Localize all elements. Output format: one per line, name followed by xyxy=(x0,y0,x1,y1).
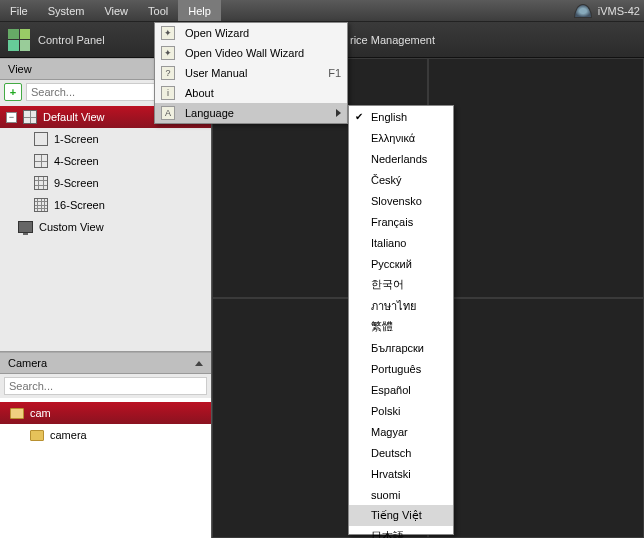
menu-user-manual[interactable]: ? User Manual F1 xyxy=(155,63,347,83)
grid-1-icon xyxy=(34,132,48,146)
collapse-icon[interactable]: − xyxy=(6,112,17,123)
view-panel-title: View xyxy=(8,63,32,75)
tree-4-screen[interactable]: 4-Screen xyxy=(0,150,211,172)
grid-icon xyxy=(23,110,37,124)
tree-label: 9-Screen xyxy=(54,177,99,189)
language-option[interactable]: suomi xyxy=(349,484,453,505)
menu-label: Open Wizard xyxy=(185,27,341,39)
control-panel-button[interactable]: Control Panel xyxy=(38,34,105,46)
menu-label: User Manual xyxy=(185,67,320,79)
language-option[interactable]: Nederlands xyxy=(349,148,453,169)
menu-label: Language xyxy=(185,107,328,119)
menu-tool[interactable]: Tool xyxy=(138,0,178,21)
camera-icon xyxy=(574,4,592,18)
grid-4-icon xyxy=(34,154,48,168)
menu-open-wizard[interactable]: ✦ Open Wizard xyxy=(155,23,347,43)
tree-label: 16-Screen xyxy=(54,199,105,211)
language-option[interactable]: Русский xyxy=(349,253,453,274)
camera-search-input[interactable] xyxy=(4,377,207,395)
grid-9-icon xyxy=(34,176,48,190)
view-tree: − Default View 1-Screen 4-Screen 9-Scree… xyxy=(0,104,211,351)
language-option[interactable]: Slovensko xyxy=(349,190,453,211)
language-option[interactable]: Español xyxy=(349,379,453,400)
menu-view[interactable]: View xyxy=(94,0,138,21)
language-option[interactable]: English xyxy=(349,106,453,127)
grid-16-icon xyxy=(34,198,48,212)
device-management-button[interactable]: rice Management xyxy=(350,34,435,46)
chevron-right-icon xyxy=(336,109,341,117)
wizard-icon: ✦ xyxy=(161,26,175,40)
wizard-icon: ✦ xyxy=(161,46,175,60)
language-option[interactable]: Hrvatski xyxy=(349,463,453,484)
menu-language[interactable]: A Language xyxy=(155,103,347,123)
tree-label: Default View xyxy=(43,111,105,123)
tree-label: Custom View xyxy=(39,221,104,233)
camera-item-cam[interactable]: cam xyxy=(0,402,211,424)
tree-label: 4-Screen xyxy=(54,155,99,167)
language-option[interactable]: Polski xyxy=(349,400,453,421)
menu-help[interactable]: Help xyxy=(178,0,221,21)
video-cell[interactable] xyxy=(428,298,644,538)
folder-icon xyxy=(30,430,44,441)
folder-open-icon xyxy=(10,408,24,419)
language-option[interactable]: Български xyxy=(349,337,453,358)
language-option[interactable]: 繁體 xyxy=(349,316,453,337)
camera-label: cam xyxy=(30,407,51,419)
camera-label: camera xyxy=(50,429,87,441)
camera-tree: cam camera xyxy=(0,398,211,538)
camera-panel-title: Camera xyxy=(8,357,47,369)
language-option[interactable]: Italiano xyxy=(349,232,453,253)
menu-label: Open Video Wall Wizard xyxy=(185,47,341,59)
language-submenu: EnglishΕλληνικάNederlandsČeskýSlovenskoF… xyxy=(348,105,454,535)
camera-panel-header[interactable]: Camera xyxy=(0,352,211,374)
language-option[interactable]: ภาษาไทย xyxy=(349,295,453,316)
monitor-icon xyxy=(18,221,33,233)
camera-item-camera[interactable]: camera xyxy=(0,424,211,446)
help-dropdown: ✦ Open Wizard ✦ Open Video Wall Wizard ?… xyxy=(154,22,348,124)
language-icon: A xyxy=(161,106,175,120)
chevron-up-icon xyxy=(195,361,203,366)
help-icon: ? xyxy=(161,66,175,80)
tree-label: 1-Screen xyxy=(54,133,99,145)
tree-9-screen[interactable]: 9-Screen xyxy=(0,172,211,194)
language-option[interactable]: 日本語 xyxy=(349,526,453,538)
menu-open-video-wall-wizard[interactable]: ✦ Open Video Wall Wizard xyxy=(155,43,347,63)
tree-custom-view[interactable]: Custom View xyxy=(0,216,211,238)
menu-about[interactable]: i About xyxy=(155,83,347,103)
brand-label: iVMS-42 xyxy=(598,5,640,17)
menu-system[interactable]: System xyxy=(38,0,95,21)
tree-16-screen[interactable]: 16-Screen xyxy=(0,194,211,216)
tree-1-screen[interactable]: 1-Screen xyxy=(0,128,211,150)
control-panel-icon xyxy=(8,29,30,51)
menubar: File System View Tool Help iVMS-42 xyxy=(0,0,644,22)
add-view-button[interactable]: + xyxy=(4,83,22,101)
language-option[interactable]: Tiếng Việt xyxy=(349,505,453,526)
language-option[interactable]: Ελληνικά xyxy=(349,127,453,148)
language-option[interactable]: 한국어 xyxy=(349,274,453,295)
menu-shortcut: F1 xyxy=(328,67,341,79)
brand: iVMS-42 xyxy=(574,4,640,18)
language-option[interactable]: Český xyxy=(349,169,453,190)
language-option[interactable]: Deutsch xyxy=(349,442,453,463)
language-option[interactable]: Français xyxy=(349,211,453,232)
left-sidebar: View + − Default View 1-Screen 4-Screen … xyxy=(0,58,212,538)
menu-label: About xyxy=(185,87,341,99)
about-icon: i xyxy=(161,86,175,100)
video-cell[interactable] xyxy=(428,58,644,298)
menu-file[interactable]: File xyxy=(0,0,38,21)
language-option[interactable]: Português xyxy=(349,358,453,379)
language-option[interactable]: Magyar xyxy=(349,421,453,442)
